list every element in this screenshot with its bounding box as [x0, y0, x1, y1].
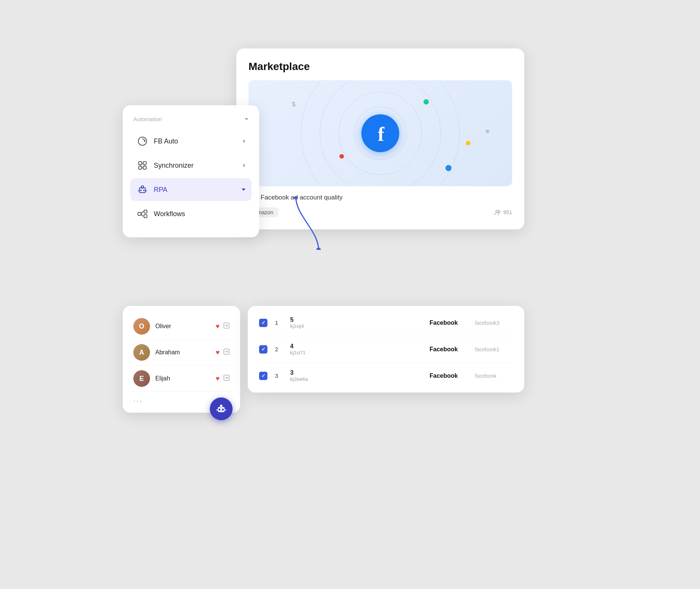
user-count-value: 951 — [503, 209, 512, 215]
svg-rect-19 — [144, 215, 147, 218]
rpa-label: RPA — [154, 186, 167, 194]
user-actions-oliver: ♥ — [216, 323, 230, 330]
table-row: ✓ 3 3 kj1kw6a Facebook facebook — [259, 363, 513, 389]
row-data-id-3: kj1kw6a — [290, 376, 422, 382]
users-icon — [494, 209, 501, 216]
row-data-num-2: 4 — [290, 343, 422, 350]
heart-icon-abraham[interactable]: ♥ — [216, 349, 220, 357]
share-icon-oliver[interactable] — [223, 323, 230, 330]
sidebar-item-rpa[interactable]: RPA — [130, 178, 252, 201]
svg-point-22 — [294, 197, 298, 199]
dot-yellow — [466, 141, 470, 145]
marketplace-description: Get Facebook ad account quality — [248, 194, 512, 201]
row-data-num-1: 5 — [290, 316, 422, 323]
heart-icon-oliver[interactable]: ♥ — [216, 323, 220, 330]
sidebar-item-workflows[interactable]: Workflows — [130, 203, 252, 225]
row-data-id-2: kj1si71 — [290, 350, 422, 355]
svg-point-13 — [140, 190, 142, 191]
automation-header: Automation — [130, 116, 252, 130]
row-data-id-1: kj1sij4 — [290, 323, 422, 329]
fb-auto-icon — [136, 135, 148, 147]
chevron-right-icon — [243, 164, 245, 167]
row-handle-2: facebook1 — [475, 346, 513, 352]
user-row: E Elijah ♥ — [130, 366, 233, 392]
user-name-elijah: Elijah — [155, 375, 216, 382]
avatar-elijah: E — [133, 370, 150, 387]
svg-rect-3 — [143, 162, 146, 165]
checkmark: ✓ — [261, 373, 266, 379]
dollar-sign: $ — [292, 101, 295, 108]
svg-rect-30 — [220, 405, 222, 407]
sync-icon — [136, 159, 148, 171]
sidebar-item-fb-auto[interactable]: FB Auto — [130, 130, 252, 153]
chevron-down-icon[interactable] — [245, 118, 248, 120]
share-icon-elijah[interactable] — [223, 375, 230, 382]
avatar-abraham: A — [133, 344, 150, 361]
dot-blue — [445, 165, 452, 171]
svg-rect-4 — [139, 166, 142, 169]
row-number-2: 2 — [275, 346, 283, 352]
user-actions-abraham: ♥ — [216, 349, 230, 357]
chevron-right-icon — [243, 139, 245, 143]
workflow-icon — [136, 208, 148, 220]
facebook-logo: f — [361, 114, 399, 152]
avatar-oliver: O — [133, 318, 150, 335]
checkbox-1[interactable]: ✓ — [259, 319, 267, 327]
table-row: ✓ 2 4 kj1si71 Facebook facebook1 — [259, 336, 513, 363]
connector-line — [292, 197, 322, 250]
users-panel: O Oliver ♥ A Abraham ♥ — [123, 306, 240, 413]
svg-point-1 — [144, 140, 145, 142]
checkbox-3[interactable]: ✓ — [259, 372, 267, 380]
fb-auto-label: FB Auto — [154, 137, 178, 145]
chevron-down-active-icon — [242, 189, 245, 191]
marketplace-title: Marketplace — [248, 61, 512, 73]
row-number-1: 1 — [275, 319, 283, 326]
workflows-label: Workflows — [154, 210, 185, 218]
row-brand-3: Facebook — [430, 372, 467, 379]
svg-point-25 — [498, 211, 500, 213]
user-name-abraham: Abraham — [155, 349, 216, 356]
marketplace-meta: Amazon 951 — [248, 207, 512, 217]
facebook-logo-container: f — [361, 114, 399, 152]
rpa-bot-button[interactable] — [210, 397, 233, 420]
heart-icon-elijah[interactable]: ♥ — [216, 375, 220, 383]
table-row: ✓ 1 5 kj1sij4 Facebook facebook3 — [259, 310, 513, 336]
marketplace-image: f $ — [248, 80, 512, 186]
sidebar-item-synchronizer[interactable]: Synchronizer — [130, 154, 252, 177]
rpa-icon — [136, 184, 148, 196]
svg-rect-18 — [144, 210, 147, 213]
marketplace-panel: Marketplace f $ Get F — [236, 48, 524, 229]
svg-point-24 — [496, 210, 498, 212]
row-data-num-3: 3 — [290, 369, 422, 376]
svg-rect-5 — [143, 166, 146, 169]
dot-red — [339, 154, 344, 159]
row-number-3: 3 — [275, 372, 283, 379]
automation-label: Automation — [133, 116, 162, 122]
user-row: A Abraham ♥ — [130, 340, 233, 366]
svg-point-32 — [219, 409, 220, 411]
dot-teal — [423, 99, 429, 104]
svg-rect-2 — [139, 162, 142, 165]
row-data-1: 5 kj1sij4 — [290, 316, 422, 329]
user-row: O Oliver ♥ — [130, 313, 233, 340]
dot-gray — [486, 129, 489, 133]
row-brand-1: Facebook — [430, 319, 467, 326]
automation-panel: Automation FB Auto — [123, 105, 259, 237]
row-handle-3: facebook — [475, 373, 513, 379]
row-handle-1: facebook3 — [475, 320, 513, 326]
svg-point-23 — [316, 248, 321, 250]
row-data-3: 3 kj1kw6a — [290, 369, 422, 382]
facebook-f-letter: f — [378, 123, 384, 145]
checkbox-2[interactable]: ✓ — [259, 345, 267, 354]
row-data-2: 4 kj1si71 — [290, 343, 422, 355]
svg-point-14 — [143, 190, 145, 191]
svg-rect-17 — [138, 212, 141, 215]
row-brand-2: Facebook — [430, 346, 467, 353]
checkmark: ✓ — [261, 346, 266, 352]
user-name-oliver: Oliver — [155, 323, 216, 330]
synchronizer-label: Synchronizer — [154, 162, 194, 170]
table-panel: ✓ 1 5 kj1sij4 Facebook facebook3 ✓ 2 4 k… — [248, 306, 524, 393]
svg-point-33 — [222, 409, 224, 411]
share-icon-abraham[interactable] — [223, 349, 230, 356]
user-count: 951 — [494, 209, 512, 216]
